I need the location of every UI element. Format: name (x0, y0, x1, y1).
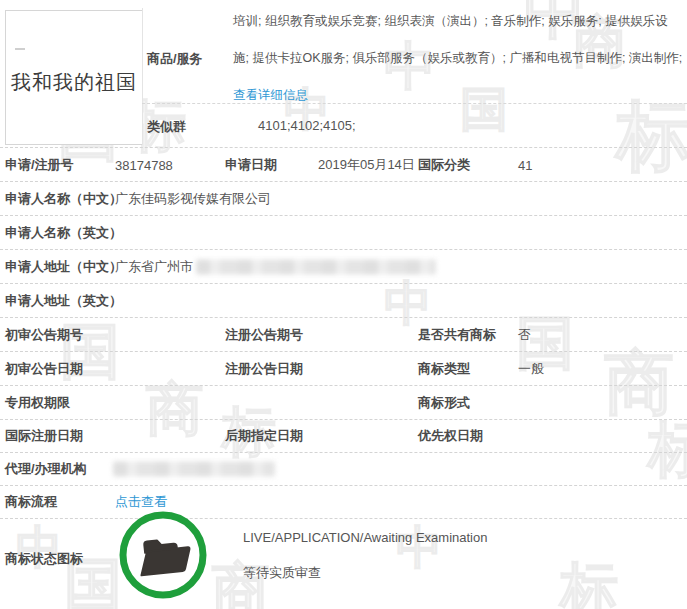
trademark-detail-page: 中商标中国标中国国中国商标商标中国商中标 我和我的祖国 商品/服务 培训; 组织… (0, 0, 687, 609)
field-label: 注册公告日期 (225, 360, 303, 378)
status-icon-label: 商标状态图标 (5, 550, 83, 568)
field-label: 代理/办理机构 (5, 460, 87, 478)
goods-services-label: 商品/服务 (147, 50, 203, 68)
table-row: 专用权期限商标形式 (0, 386, 687, 420)
goods-services-value: 培训; 组织教育或娱乐竞赛; 组织表演（演出）; 音乐制作; 娱乐服务; 提供娱… (233, 3, 683, 114)
status-text-chinese: 等待实质审查 (243, 564, 321, 582)
field-label: 优先权日期 (418, 427, 483, 445)
trademark-status-section: 商标状态图标 LIVE/APPLICATION/Awaiting Examina… (0, 510, 687, 609)
table-row: 代理/办理机构 (0, 453, 687, 486)
trademark-image: 我和我的祖国 (5, 10, 143, 145)
redacted-mark (15, 48, 25, 50)
field-value: 2019年05月14日 (318, 156, 415, 174)
field-value: 广东佳码影视传媒有限公司 (115, 190, 271, 208)
similar-group-label: 类似群 (147, 118, 186, 136)
field-label: 初审公告期号 (5, 326, 83, 344)
table-row: 国际注册日期后期指定日期优先权日期 (0, 420, 687, 453)
table-row: 申请人名称（中文）广东佳码影视传媒有限公司 (0, 182, 687, 216)
similar-group-value: 4101;4102;4105; (258, 118, 356, 133)
field-label: 申请人地址（中文） (5, 258, 122, 276)
field-label: 申请人地址（英文） (5, 292, 122, 310)
field-label: 申请/注册号 (5, 156, 74, 174)
goods-services-text: 培训; 组织教育或娱乐竞赛; 组织表演（演出）; 音乐制作; 娱乐服务; 提供娱… (233, 14, 682, 65)
trademark-summary-section: 我和我的祖国 商品/服务 培训; 组织教育或娱乐竞赛; 组织表演（演出）; 音乐… (0, 0, 687, 148)
field-label: 申请日期 (225, 156, 277, 174)
field-value: 一般 (518, 360, 544, 378)
field-value: 广东省广州市 (115, 258, 193, 276)
view-process-link[interactable]: 点击查看 (115, 493, 167, 511)
table-row: 申请人地址（英文） (0, 284, 687, 318)
field-label: 初审公告日期 (5, 360, 83, 378)
field-label: 是否共有商标 (418, 326, 496, 344)
field-label: 后期指定日期 (225, 427, 303, 445)
field-value: 41 (518, 157, 532, 172)
field-label: 注册公告期号 (225, 326, 303, 344)
redacted-value (196, 259, 436, 274)
trademark-fields-table: 申请/注册号38174788申请日期2019年05月14日国际分类41申请人名称… (0, 148, 687, 519)
open-folder-status-icon (118, 510, 208, 600)
table-row: 申请/注册号38174788申请日期2019年05月14日国际分类41 (0, 148, 687, 182)
view-details-link[interactable]: 查看详细信息 (233, 88, 308, 102)
field-label: 专用权期限 (5, 394, 70, 412)
field-label: 国际注册日期 (5, 427, 83, 445)
table-row: 申请人地址（中文）广东省广州市 (0, 250, 687, 284)
field-label: 商标形式 (418, 394, 470, 412)
trademark-name: 我和我的祖国 (6, 69, 142, 96)
redacted-value (113, 462, 275, 477)
field-value: 否 (518, 326, 531, 344)
status-text-english: LIVE/APPLICATION/Awaiting Examination (243, 530, 487, 545)
field-value: 38174788 (115, 157, 173, 172)
column-divider (142, 8, 143, 145)
field-label: 申请人名称（英文） (5, 224, 122, 242)
field-label: 国际分类 (418, 156, 470, 174)
field-label: 申请人名称（中文） (5, 190, 122, 208)
field-label: 商标类型 (418, 360, 470, 378)
table-row: 申请人名称（英文） (0, 216, 687, 250)
table-row: 初审公告日期注册公告日期商标类型一般 (0, 352, 687, 386)
table-row: 初审公告期号注册公告期号是否共有商标否 (0, 318, 687, 352)
field-label: 商标流程 (5, 493, 57, 511)
